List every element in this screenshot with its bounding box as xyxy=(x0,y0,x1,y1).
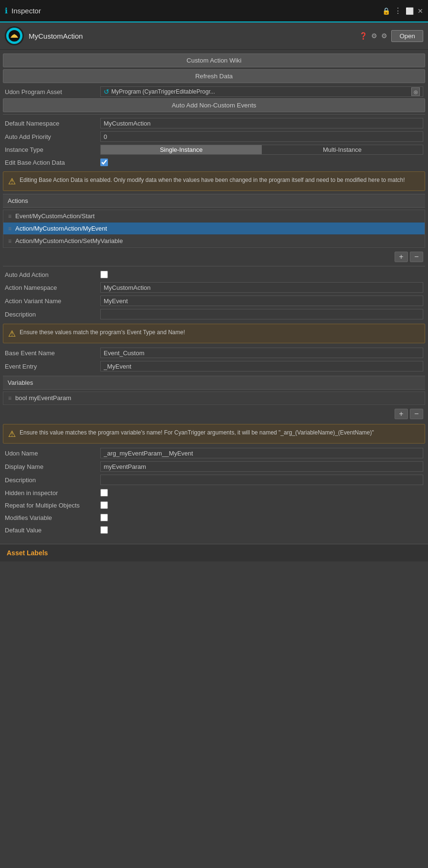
list-item-0[interactable]: ≡ Event/MyCustomAction/Start xyxy=(3,210,425,222)
instance-type-label: Instance Type xyxy=(5,146,100,153)
edit-base-action-data-checkbox[interactable] xyxy=(100,159,108,166)
handle-icon-2: ≡ xyxy=(8,238,11,244)
actions-section-header: Actions xyxy=(3,194,425,208)
inspector-header: MyCustomAction ❓ ⚙ ⚙ Open xyxy=(0,22,428,50)
repeat-multiple-objects-label: Repeat for Multiple Objects xyxy=(5,502,100,509)
open-button[interactable]: Open xyxy=(391,30,423,42)
add-action-button[interactable]: + xyxy=(395,252,408,262)
auto-add-action-checkbox[interactable] xyxy=(100,271,108,278)
lock-icon[interactable]: 🔒 xyxy=(382,7,390,15)
variable-description-input[interactable] xyxy=(100,475,423,485)
warning-text-3: Ensure this value matches the program va… xyxy=(20,428,374,437)
list-item-1[interactable]: ≡ Action/MyCustomAction/MyEvent xyxy=(3,222,425,235)
variables-section-header: Variables xyxy=(3,376,425,390)
edit-base-action-data-label: Edit Base Action Data xyxy=(5,159,100,166)
variable-item-0[interactable]: ≡ bool myEventParam xyxy=(3,392,425,404)
separator-2 xyxy=(3,266,425,266)
warning-box-2: ⚠ Ensure these values match the program'… xyxy=(3,324,425,343)
display-name-label: Display Name xyxy=(5,463,100,470)
title-bar: ℹ Inspector 🔒 ⋮ ⬜ ✕ xyxy=(0,0,428,22)
variable-handle-0: ≡ xyxy=(8,395,11,402)
hidden-in-inspector-checkbox[interactable] xyxy=(100,489,108,497)
default-value-label: Default Value xyxy=(5,527,100,534)
event-entry-label: Event Entry xyxy=(5,363,100,370)
asset-labels-footer: Asset Labels xyxy=(0,544,428,561)
header-title: MyCustomAction xyxy=(29,32,83,40)
remove-variable-button[interactable]: − xyxy=(410,409,423,419)
action-namespace-label: Action Namespace xyxy=(5,284,100,291)
display-name-input[interactable] xyxy=(100,461,423,472)
variables-list: ≡ bool myEventParam xyxy=(3,392,425,405)
repeat-multiple-objects-checkbox[interactable] xyxy=(100,501,108,509)
gear-icon[interactable]: ⚙ xyxy=(381,32,387,40)
base-event-name-label: Base Event Name xyxy=(5,349,100,357)
hidden-in-inspector-row: Hidden in inspector xyxy=(3,487,425,499)
auto-add-non-custom-events-button[interactable]: Auto Add Non-Custom Events xyxy=(3,98,425,112)
modifies-variable-checkbox[interactable] xyxy=(100,514,108,521)
default-value-checkbox[interactable] xyxy=(100,526,108,534)
variable-description-row: Description xyxy=(3,473,425,487)
action-variant-name-row: Action Variant Name xyxy=(3,294,425,307)
instance-type-toggle: Single-Instance Multi-Instance xyxy=(100,145,423,155)
variable-item-text-0: bool myEventParam xyxy=(15,394,71,402)
separator-1 xyxy=(3,114,425,115)
default-namespace-input[interactable] xyxy=(100,118,423,128)
udon-program-pick[interactable]: ◎ xyxy=(411,87,420,96)
action-namespace-input[interactable] xyxy=(100,282,423,293)
custom-action-wiki-button[interactable]: Custom Action Wiki xyxy=(3,53,425,67)
title-bar-title: Inspector xyxy=(11,7,41,15)
event-entry-row: Event Entry xyxy=(3,360,425,373)
auto-add-priority-input[interactable] xyxy=(100,131,423,142)
base-event-name-row: Base Event Name xyxy=(3,346,425,360)
list-item-2[interactable]: ≡ Action/MyCustomAction/SetMyVariable xyxy=(3,235,425,247)
default-namespace-label: Default Namespace xyxy=(5,120,100,127)
instance-type-row: Instance Type Single-Instance Multi-Inst… xyxy=(3,143,425,156)
default-namespace-row: Default Namespace xyxy=(3,116,425,130)
actions-list-controls: + − xyxy=(3,250,425,264)
udon-name-label: Udon Name xyxy=(5,450,100,457)
description-input[interactable] xyxy=(100,309,423,319)
modifies-variable-label: Modifies Variable xyxy=(5,514,100,521)
udon-name-input[interactable] xyxy=(100,448,423,458)
description-label: Description xyxy=(5,311,100,318)
udon-name-row: Udon Name xyxy=(3,446,425,460)
actions-list: ≡ Event/MyCustomAction/Start ≡ Action/My… xyxy=(3,210,425,248)
refresh-data-button[interactable]: Refresh Data xyxy=(3,69,425,83)
auto-add-action-label: Auto Add Action xyxy=(5,271,100,278)
event-entry-input[interactable] xyxy=(100,361,423,371)
sliders-icon[interactable]: ⚙ xyxy=(371,32,377,40)
variables-list-controls: + − xyxy=(3,407,425,421)
action-namespace-row: Action Namespace xyxy=(3,281,425,294)
edit-base-action-data-row: Edit Base Action Data xyxy=(3,156,425,169)
main-content: Custom Action Wiki Refresh Data Udon Pro… xyxy=(0,50,428,540)
menu-icon[interactable]: ⋮ xyxy=(394,6,402,15)
remove-action-button[interactable]: − xyxy=(410,252,423,262)
title-bar-left: ℹ Inspector xyxy=(5,6,41,15)
handle-icon-0: ≡ xyxy=(8,213,11,220)
maximize-icon[interactable]: ⬜ xyxy=(406,7,414,15)
auto-add-action-row: Auto Add Action xyxy=(3,268,425,281)
warning-box-1: ⚠ Editing Base Action Data is enabled. O… xyxy=(3,171,425,191)
actions-label: Actions xyxy=(8,197,28,204)
warning-icon-1: ⚠ xyxy=(8,176,16,187)
add-variable-button[interactable]: + xyxy=(395,409,408,419)
udon-program-row: Udon Program Asset ↺ MyProgram (CyanTrig… xyxy=(3,85,425,98)
hidden-in-inspector-label: Hidden in inspector xyxy=(5,489,100,497)
title-bar-icons: 🔒 ⋮ ⬜ ✕ xyxy=(382,6,423,15)
handle-icon-1: ≡ xyxy=(8,225,11,232)
base-event-name-input[interactable] xyxy=(100,348,423,358)
close-icon[interactable]: ✕ xyxy=(417,7,423,15)
help-icon[interactable]: ❓ xyxy=(359,32,367,40)
multi-instance-btn[interactable]: Multi-Instance xyxy=(262,145,423,154)
action-variant-name-input[interactable] xyxy=(100,296,423,306)
warning-text-2: Ensure these values match the program's … xyxy=(20,328,185,337)
header-left: MyCustomAction xyxy=(5,26,83,45)
warning-icon-2: ⚠ xyxy=(8,328,16,339)
udon-program-value: ↺ MyProgram (CyanTriggerEditableProgr...… xyxy=(100,86,423,97)
variables-label: Variables xyxy=(8,379,33,386)
default-value-row: Default Value xyxy=(3,524,425,536)
warning-text-1: Editing Base Action Data is enabled. Onl… xyxy=(20,176,405,184)
warning-icon-3: ⚠ xyxy=(8,429,16,439)
single-instance-btn[interactable]: Single-Instance xyxy=(101,145,262,154)
udon-program-text: MyProgram (CyanTriggerEditableProgr... xyxy=(111,88,409,95)
